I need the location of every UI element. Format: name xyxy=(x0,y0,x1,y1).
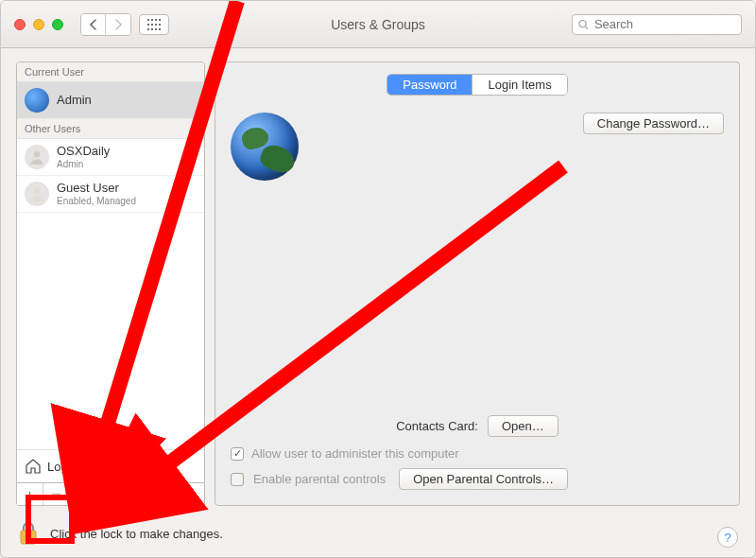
main-panel: Password Login Items Change Password… Co… xyxy=(215,61,740,506)
tab-password[interactable]: Password xyxy=(387,75,472,95)
search-field[interactable] xyxy=(572,14,742,35)
user-list: Current User Admin Other Users OSXDaily … xyxy=(16,61,205,483)
parental-row: Enable parental controls Open Parental C… xyxy=(231,468,724,490)
avatar-earth-icon xyxy=(25,88,49,113)
lock-icon[interactable] xyxy=(16,521,41,546)
search-input[interactable] xyxy=(593,16,735,32)
svg-rect-2 xyxy=(155,19,157,21)
gear-icon xyxy=(77,488,90,501)
sidebar-actions: + − xyxy=(16,483,205,506)
user-header: Change Password… xyxy=(231,113,724,181)
user-name: OSXDaily xyxy=(57,145,110,158)
forward-button[interactable] xyxy=(106,14,130,35)
titlebar: Users & Groups xyxy=(1,1,755,48)
sidebar: Current User Admin Other Users OSXDaily … xyxy=(16,61,205,506)
svg-rect-1 xyxy=(151,19,153,21)
section-header-current: Current User xyxy=(17,62,204,82)
svg-line-22 xyxy=(84,497,85,497)
add-user-button[interactable]: + xyxy=(17,483,43,505)
open-contacts-button[interactable]: Open… xyxy=(488,415,558,437)
login-options-label: Login Options xyxy=(47,460,123,474)
user-role: Enabled, Managed xyxy=(57,196,136,206)
svg-rect-10 xyxy=(155,28,157,30)
zoom-icon[interactable] xyxy=(52,19,63,30)
change-password-button[interactable]: Change Password… xyxy=(583,113,724,134)
show-all-button[interactable] xyxy=(139,14,169,35)
svg-rect-4 xyxy=(147,24,149,26)
user-row-osxdaily[interactable]: OSXDaily Admin xyxy=(17,139,204,176)
svg-rect-0 xyxy=(147,19,149,21)
svg-rect-8 xyxy=(147,28,149,30)
search-icon xyxy=(578,19,589,30)
contacts-card-label: Contacts Card: xyxy=(396,419,478,433)
svg-point-12 xyxy=(579,20,586,26)
nav-back-forward xyxy=(80,13,131,36)
login-options-row[interactable]: Login Options xyxy=(17,449,204,482)
action-menu-button[interactable] xyxy=(70,483,96,505)
avatar-person-icon xyxy=(25,145,49,169)
traffic-lights xyxy=(14,19,63,30)
user-role: Admin xyxy=(57,159,110,169)
svg-line-23 xyxy=(78,497,79,497)
avatar-person-icon xyxy=(25,182,49,206)
svg-rect-9 xyxy=(151,28,153,30)
house-icon xyxy=(25,458,42,475)
svg-point-14 xyxy=(34,151,40,157)
user-picture-earth-icon[interactable] xyxy=(231,113,299,181)
svg-rect-11 xyxy=(159,28,161,30)
tab-login-items[interactable]: Login Items xyxy=(472,75,566,95)
minimize-icon[interactable] xyxy=(33,19,44,30)
svg-rect-6 xyxy=(155,24,157,26)
grid-icon xyxy=(147,19,161,30)
back-button[interactable] xyxy=(81,14,106,35)
admin-checkbox-row: ✓ Allow user to administer this computer xyxy=(231,446,724,461)
admin-checkbox-label: Allow user to administer this computer xyxy=(251,446,459,461)
section-header-other: Other Users xyxy=(17,119,204,139)
svg-rect-3 xyxy=(159,19,161,21)
preferences-window: Users & Groups Current User Admin Other … xyxy=(0,0,756,558)
contacts-card-row: Contacts Card: Open… xyxy=(231,377,724,437)
remove-user-button[interactable]: − xyxy=(43,483,70,505)
svg-line-13 xyxy=(585,26,588,28)
open-parental-controls-button[interactable]: Open Parental Controls… xyxy=(399,468,568,490)
lock-hint-text: Click the lock to make changes. xyxy=(50,527,223,541)
tab-group: Password Login Items xyxy=(387,74,567,96)
svg-point-15 xyxy=(34,188,40,194)
svg-rect-5 xyxy=(151,24,153,26)
svg-line-21 xyxy=(78,491,79,492)
close-icon[interactable] xyxy=(14,19,26,30)
admin-checkbox[interactable]: ✓ xyxy=(231,447,244,461)
svg-line-24 xyxy=(84,491,85,492)
help-button[interactable]: ? xyxy=(717,527,738,548)
content-area: Current User Admin Other Users OSXDaily … xyxy=(1,48,755,515)
footer: Click the lock to make changes. ? xyxy=(1,515,755,557)
parental-checkbox[interactable] xyxy=(231,473,244,486)
svg-point-16 xyxy=(80,493,84,497)
user-row-admin[interactable]: Admin xyxy=(17,82,204,119)
user-name: Guest User xyxy=(57,182,136,195)
parental-checkbox-label: Enable parental controls xyxy=(253,472,386,486)
svg-rect-7 xyxy=(159,24,161,26)
user-row-guest[interactable]: Guest User Enabled, Managed xyxy=(17,176,204,213)
user-name: Admin xyxy=(57,94,92,107)
